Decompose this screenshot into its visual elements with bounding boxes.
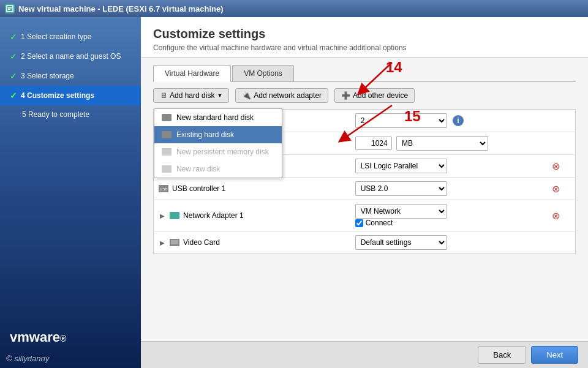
usb-label: USB controller 1 [172, 184, 225, 193]
back-button[interactable]: Back [478, 346, 526, 364]
network-remove-button[interactable]: ⊗ [549, 210, 562, 222]
dropdown-item-persistent-label: New persistent memory disk [176, 148, 269, 156]
hw-name-cell: USB USB controller 1 [154, 178, 350, 200]
video-expand-button[interactable]: ▶ [159, 239, 166, 246]
scsi-type-select[interactable]: LSI Logic Parallel LSI Logic SAS VMware … [355, 159, 447, 173]
svg-rect-14 [171, 240, 178, 244]
vmware-logo: vmware® [0, 314, 141, 358]
sidebar-item-step4[interactable]: ✓ 4 Customize settings [0, 86, 141, 105]
sidebar-item-label-5: 5 Ready to complete [22, 110, 89, 119]
usb-remove-button[interactable]: ⊗ [549, 183, 562, 195]
network-label: Network Adapter 1 [183, 211, 244, 220]
sidebar: ✓ 1 Select creation type ✓ 2 Select a na… [0, 17, 141, 368]
check-icon-1: ✓ [10, 32, 17, 42]
title-bar: New virtual machine - LEDE (ESXi 6.7 vir… [0, 0, 588, 17]
persistent-mem-icon [162, 148, 172, 156]
svg-text:USB: USB [160, 187, 167, 191]
connect-checkbox[interactable] [355, 219, 363, 227]
dropdown-item-raw-label: New raw disk [176, 165, 220, 173]
sidebar-item-step1[interactable]: ✓ 1 Select creation type [0, 27, 141, 47]
scsi-remove-button[interactable]: ⊗ [549, 160, 562, 172]
hw-value-cell: USB 2.0 USB 3.0 [350, 178, 545, 200]
svg-rect-2 [8, 9, 10, 10]
table-row: USB USB controller 1 USB 2.0 USB 3.0 [154, 178, 576, 200]
video-icon [170, 239, 179, 246]
network-name: ▶ Network Adapter 1 [159, 211, 293, 220]
window-icon [5, 4, 15, 13]
sidebar-item-label-4: 4 Customize settings [21, 91, 94, 100]
hw-value-cell: 2148 i [350, 110, 545, 132]
sidebar-item-step2[interactable]: ✓ 2 Select a name and guest OS [0, 47, 141, 66]
hw-name-cell: ▶ Network Adapter 1 [154, 200, 350, 231]
main-layout: ✓ 1 Select creation type ✓ 2 Select a na… [0, 17, 588, 368]
page-description: Configure the virtual machine hardware a… [153, 43, 576, 52]
check-icon-2: ✓ [10, 51, 17, 61]
hw-remove-cell[interactable]: ⊗ [545, 155, 576, 178]
hw-value-cell: VM Network Connect [350, 200, 545, 231]
svg-rect-1 [8, 7, 12, 9]
memory-unit-select[interactable]: MBGB [396, 136, 488, 151]
dropdown-item-existing-label: Existing hard disk [176, 130, 234, 139]
tab-virtual-hardware[interactable]: Virtual Hardware [153, 65, 231, 82]
network-adapter-icon: 🔌 [242, 91, 251, 100]
hw-value-cell: Default settings [350, 231, 545, 254]
next-button[interactable]: Next [531, 346, 578, 364]
add-other-device-button[interactable]: ➕ Add other device [334, 88, 415, 103]
tab-vm-options[interactable]: VM Options [232, 65, 294, 81]
svg-rect-12 [170, 212, 179, 219]
usb-name: USB USB controller 1 [159, 184, 293, 193]
network-expand-button[interactable]: ▶ [159, 212, 166, 219]
check-icon-4: ✓ [10, 91, 17, 100]
video-select[interactable]: Default settings [355, 235, 447, 250]
toolbar: 🖥 Add hard disk ▼ New standard hard disk… [153, 88, 576, 103]
sidebar-item-label-3: 3 Select storage [21, 72, 74, 80]
page-title: Customize settings [153, 27, 576, 41]
connect-checkbox-wrapper: Connect [355, 219, 540, 227]
hw-value-cell: LSI Logic Parallel LSI Logic SAS VMware … [350, 155, 545, 178]
add-disk-dropdown: New standard hard disk Existing hard dis… [154, 108, 282, 178]
cpu-info-icon[interactable]: i [453, 115, 464, 126]
add-hard-disk-button[interactable]: 🖥 Add hard disk ▼ New standard hard disk… [153, 88, 229, 103]
table-row: ▶ Network Adapter 1 VM Network [154, 200, 576, 231]
table-row: ▶ Video Card Default settings [154, 231, 576, 254]
vmware-text: vmware® [10, 329, 66, 345]
window-title: New virtual machine - LEDE (ESXi 6.7 vir… [18, 4, 224, 13]
content-area: Customize settings Configure the virtual… [141, 17, 588, 368]
connect-label[interactable]: Connect [355, 219, 540, 227]
hw-remove-cell[interactable]: ⊗ [545, 178, 576, 200]
content-body: Virtual Hardware VM Options 🖥 Add hard d… [141, 58, 588, 341]
video-name: ▶ Video Card [159, 238, 293, 247]
hw-value-cell: MBGB [350, 132, 545, 155]
add-network-adapter-button[interactable]: 🔌 Add network adapter [235, 88, 328, 103]
dropdown-item-persistent: New persistent memory disk [154, 143, 282, 160]
sidebar-item-step5[interactable]: 5 Ready to complete [0, 105, 141, 124]
sidebar-item-step3[interactable]: ✓ 3 Select storage [0, 66, 141, 86]
new-standard-icon [162, 114, 172, 121]
hw-remove-cell[interactable]: ⊗ [545, 200, 576, 231]
dropdown-arrow-icon: ▼ [217, 92, 222, 99]
cpu-count-select[interactable]: 2148 [355, 113, 447, 128]
existing-disk-icon [162, 131, 172, 138]
tab-bar: Virtual Hardware VM Options [153, 65, 576, 82]
content-header: Customize settings Configure the virtual… [141, 17, 588, 58]
network-select[interactable]: VM Network [355, 204, 447, 219]
connect-label-text: Connect [366, 219, 393, 227]
dropdown-item-new-standard[interactable]: New standard hard disk [154, 109, 282, 126]
add-hard-disk-label: Add hard disk [170, 91, 214, 100]
raw-disk-icon [162, 165, 172, 173]
hw-name-cell: ▶ Video Card [154, 231, 350, 254]
dropdown-item-raw: New raw disk [154, 160, 282, 178]
svg-rect-0 [7, 6, 13, 12]
dropdown-item-existing[interactable]: Existing hard disk [154, 126, 282, 143]
video-label: Video Card [183, 238, 220, 247]
usb-version-select[interactable]: USB 2.0 USB 3.0 [355, 181, 447, 196]
sidebar-item-label-1: 1 Select creation type [21, 32, 91, 41]
hdd-icon: 🖥 [160, 91, 167, 100]
memory-input[interactable] [355, 137, 392, 150]
watermark: © sillydanny [6, 354, 49, 363]
usb-icon: USB [159, 185, 168, 192]
hw-remove-cell [545, 132, 576, 155]
hw-remove-cell [545, 231, 576, 254]
other-device-icon: ➕ [341, 91, 350, 100]
add-network-label: Add network adapter [254, 91, 322, 100]
